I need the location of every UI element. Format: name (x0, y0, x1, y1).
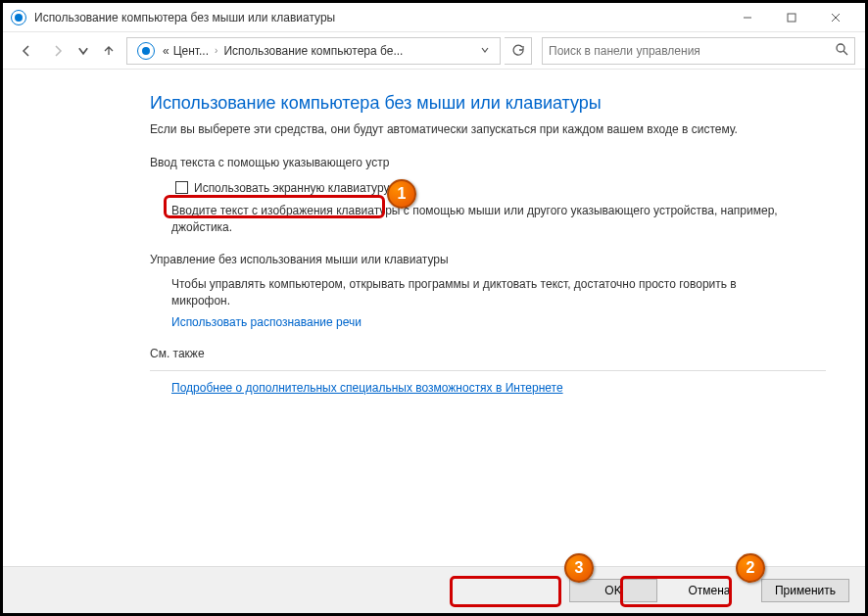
forward-button[interactable] (44, 37, 72, 65)
see-also-link[interactable]: Подробнее о дополнительных специальных в… (171, 381, 563, 395)
apply-button[interactable]: Применить (761, 579, 849, 602)
search-icon[interactable] (835, 42, 848, 59)
svg-point-4 (837, 44, 844, 52)
ok-button[interactable]: OK (569, 579, 657, 602)
speech-recognition-link[interactable]: Использовать распознавание речи (171, 315, 362, 329)
speech-description: Чтобы управлять компьютером, открывать п… (171, 276, 779, 309)
refresh-button[interactable] (505, 37, 532, 65)
page-description: Если вы выберете эти средства, они будут… (150, 121, 777, 138)
window: Использование компьютера без мыши или кл… (3, 3, 865, 613)
recent-button[interactable] (75, 37, 91, 65)
svg-rect-1 (788, 14, 796, 22)
breadcrumb-prefix: « (163, 44, 169, 58)
svg-line-5 (844, 51, 847, 55)
search-box[interactable] (542, 37, 855, 65)
control-panel-icon (137, 42, 155, 60)
minimize-button[interactable] (725, 4, 769, 31)
onscreen-keyboard-checkbox[interactable] (175, 181, 188, 194)
back-button[interactable] (13, 37, 40, 65)
onscreen-keyboard-label: Использовать экранную клавиатуру (194, 181, 389, 195)
breadcrumb[interactable]: « Цент... › Использование компьютера бе.… (126, 37, 501, 65)
close-button[interactable] (813, 4, 857, 31)
chevron-right-icon: › (213, 45, 219, 56)
cancel-button[interactable]: Отмена (665, 579, 753, 602)
maximize-button[interactable] (769, 4, 813, 31)
page-title: Использование компьютера без мыши или кл… (150, 93, 826, 114)
titlebar: Использование компьютера без мыши или кл… (3, 3, 865, 32)
section-title-onscreen-keyboard: Ввод текста с помощью указывающего устр (150, 156, 826, 169)
window-title: Использование компьютера без мыши или кл… (34, 11, 725, 24)
section-title-speech: Управление без использования мыши или кл… (150, 253, 826, 266)
onscreen-keyboard-checkbox-row[interactable]: Использовать экранную клавиатуру (171, 179, 393, 197)
breadcrumb-seg-2[interactable]: Использование компьютера бе... (223, 44, 403, 58)
chevron-down-icon[interactable] (476, 44, 494, 58)
up-button[interactable] (95, 37, 122, 65)
bottom-bar: OK Отмена Применить (3, 566, 865, 613)
content-area: Использование компьютера без мыши или кл… (3, 70, 865, 566)
search-input[interactable] (549, 44, 835, 58)
see-also-title: См. также (150, 347, 826, 360)
window-controls (725, 4, 857, 31)
breadcrumb-seg-1[interactable]: Цент... (173, 44, 209, 58)
onscreen-keyboard-description: Вводите текст с изображения клавиатуры с… (171, 203, 779, 236)
app-icon (11, 10, 26, 25)
toolbar: « Цент... › Использование компьютера бе.… (3, 32, 865, 70)
divider (150, 370, 826, 371)
